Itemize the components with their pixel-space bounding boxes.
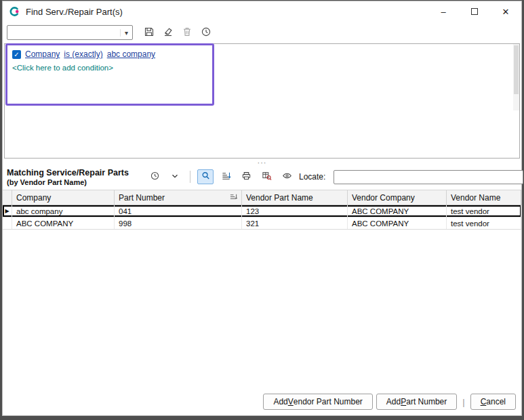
- close-button[interactable]: ✕: [490, 1, 521, 22]
- table-row[interactable]: ▶abc company041123ABC COMPANYtest vendor: [3, 205, 521, 217]
- cancel-button[interactable]: Cancel: [470, 394, 516, 410]
- grid-cell-vendor-company[interactable]: ABC COMPANY: [348, 217, 447, 229]
- locate-input[interactable]: [334, 170, 523, 184]
- trash-icon: [182, 26, 193, 39]
- print-button[interactable]: [238, 169, 254, 184]
- grid-toolbar: Locate:: [146, 168, 524, 184]
- table-row[interactable]: ABC COMPANY998321ABC COMPANYtest vendor: [3, 217, 521, 230]
- grid-body: ▶abc company041123ABC COMPANYtest vendor…: [3, 205, 521, 230]
- add-vendor-part-number-button[interactable]: Add Vendor Part Number: [263, 394, 372, 410]
- grid-cell-company[interactable]: abc company: [12, 205, 115, 217]
- save-search-button[interactable]: [141, 25, 157, 40]
- delete-search-button[interactable]: [179, 25, 195, 40]
- condition-field-link[interactable]: Company: [25, 49, 60, 59]
- grid-header: CompanyPart NumberVendor Part NameVendor…: [3, 190, 521, 205]
- maximize-button[interactable]: [459, 1, 490, 22]
- grid-cell-vendor-part-name[interactable]: 123: [242, 205, 348, 217]
- row-indicator: ▶: [3, 205, 12, 217]
- sort-button[interactable]: [218, 169, 234, 184]
- preview-button[interactable]: [279, 169, 295, 184]
- grid-options-dropdown[interactable]: [167, 169, 183, 184]
- search-grid-icon: [262, 171, 272, 183]
- search-toolbar: ▾: [3, 22, 521, 43]
- condition-scrollbar[interactable]: [513, 44, 519, 110]
- grid-cell-vendor-company[interactable]: ABC COMPANY: [348, 205, 447, 217]
- column-header-part-number[interactable]: Part Number: [115, 190, 242, 205]
- button-label: ancel: [486, 397, 506, 406]
- toolbar-separator: [190, 171, 190, 183]
- results-title: Matching Service/Repair Parts: [7, 168, 146, 177]
- sort-ascending-icon: [230, 193, 237, 203]
- column-header-label: Vendor Part Name: [246, 193, 343, 203]
- button-label: Add: [273, 397, 287, 406]
- column-header-label: Vendor Name: [451, 193, 517, 203]
- filter-button[interactable]: [197, 169, 214, 184]
- add-condition-link[interactable]: <Click here to add condition>: [12, 64, 207, 72]
- saved-search-combo-value: [7, 28, 120, 37]
- window-controls: – ✕: [428, 1, 521, 22]
- splitter-grip-icon: ···: [258, 159, 267, 167]
- grid-cell-part-number[interactable]: 998: [115, 217, 242, 229]
- minimize-icon: –: [441, 7, 445, 17]
- button-mnemonic: P: [401, 397, 406, 406]
- clear-conditions-button[interactable]: [160, 25, 176, 40]
- filter-search-icon: [201, 171, 211, 183]
- row-indicator: [3, 217, 12, 229]
- grid-cell-vendor-name[interactable]: test vendor: [447, 205, 521, 217]
- combo-dropdown-icon[interactable]: ▾: [120, 29, 132, 37]
- eye-icon: [282, 171, 292, 183]
- add-part-number-button[interactable]: Add Part Number: [376, 394, 457, 410]
- recent-searches-button[interactable]: [198, 25, 214, 40]
- condition-checkbox[interactable]: ✓: [12, 50, 21, 59]
- button-label: Add: [386, 397, 401, 406]
- save-icon: [144, 26, 155, 39]
- results-subtitle: (by Vendor Part Name): [7, 178, 146, 186]
- condition-highlight-box: ✓ Company is (exactly) abc company <Clic…: [5, 43, 214, 106]
- search-grid-button[interactable]: [258, 169, 275, 184]
- column-header-vendor-name[interactable]: Vendor Name: [447, 190, 521, 205]
- grid-cell-part-number[interactable]: 041: [115, 205, 242, 217]
- splitter-handle[interactable]: ···: [3, 159, 521, 167]
- saved-search-combo[interactable]: ▾: [7, 25, 133, 40]
- maximize-icon: [471, 8, 478, 15]
- history-icon: [150, 171, 160, 183]
- condition-scrollbar-thumb[interactable]: [514, 45, 519, 94]
- close-icon: ✕: [502, 7, 510, 17]
- footer-separator: |: [462, 397, 464, 407]
- condition-row: ✓ Company is (exactly) abc company: [12, 49, 207, 59]
- header-gutter: [3, 190, 12, 205]
- grid-cell-vendor-name[interactable]: test vendor: [447, 217, 521, 229]
- column-header-label: Company: [16, 193, 110, 203]
- printer-icon: [241, 171, 251, 183]
- minimize-button[interactable]: –: [428, 1, 459, 22]
- grid-history-button[interactable]: [146, 169, 163, 184]
- results-grid: CompanyPart NumberVendor Part NameVendor…: [3, 190, 521, 415]
- condition-operator-link[interactable]: is (exactly): [64, 49, 102, 59]
- condition-panel: ✓ Company is (exactly) abc company <Clic…: [4, 43, 520, 159]
- button-mnemonic: V: [288, 397, 294, 406]
- footer-buttons: Add Vendor Part Number Add Part Number |…: [263, 394, 516, 410]
- results-titles: Matching Service/Repair Parts (by Vendor…: [7, 168, 146, 186]
- column-header-label: Vendor Company: [352, 193, 442, 203]
- button-label: endor Part Number: [294, 397, 363, 406]
- app-logo-icon: [8, 5, 20, 18]
- history-icon: [201, 26, 211, 39]
- column-header-company[interactable]: Company: [12, 190, 115, 205]
- button-mnemonic: C: [481, 397, 487, 406]
- chevron-down-icon: [170, 171, 180, 183]
- locate-label: Locate:: [299, 172, 325, 182]
- titlebar: Find Serv./Repair Part(s) – ✕: [3, 1, 521, 22]
- grid-cell-vendor-part-name[interactable]: 321: [242, 217, 348, 229]
- column-header-label: Part Number: [119, 193, 227, 203]
- find-parts-window: Find Serv./Repair Part(s) – ✕ ▾: [2, 1, 522, 416]
- column-header-vendor-company[interactable]: Vendor Company: [348, 190, 447, 205]
- column-header-vendor-part-name[interactable]: Vendor Part Name: [242, 190, 348, 205]
- results-header: Matching Service/Repair Parts (by Vendor…: [3, 167, 521, 190]
- search-toolbar-icons: [141, 25, 214, 40]
- grid-cell-company[interactable]: ABC COMPANY: [12, 217, 115, 229]
- sort-icon: [221, 171, 231, 183]
- window-title: Find Serv./Repair Part(s): [26, 7, 123, 17]
- eraser-icon: [163, 26, 174, 39]
- button-label: art Number: [406, 397, 447, 406]
- condition-value-link[interactable]: abc company: [107, 49, 155, 59]
